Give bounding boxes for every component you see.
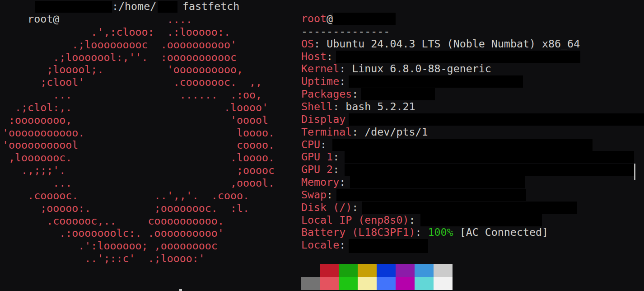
info-row-terminal: Terminal: /dev/pts/1 bbox=[301, 126, 428, 138]
palette-row2-cyan bbox=[415, 277, 434, 290]
redaction-box bbox=[158, 1, 177, 13]
redaction-box bbox=[35, 1, 112, 13]
info-row-uptime: Uptime: bbox=[301, 75, 352, 88]
info-row-os: OS: Ubuntu 24.04.3 LTS (Noble Numbat) x8… bbox=[301, 38, 580, 50]
redaction-box bbox=[349, 75, 523, 88]
redaction-box bbox=[345, 151, 634, 163]
info-key: Host bbox=[301, 50, 327, 62]
info-key: Uptime bbox=[301, 75, 339, 87]
gpu2-cursor bbox=[634, 164, 635, 180]
info-key: Swap bbox=[301, 188, 327, 201]
title-at-sign: @ bbox=[327, 12, 333, 24]
info-key: Locale bbox=[301, 239, 339, 251]
info-value: Linux 6.8.0-88-generic bbox=[352, 62, 491, 75]
redaction-box bbox=[345, 164, 634, 176]
info-colon: : bbox=[333, 100, 345, 113]
palette-row1-yellow bbox=[358, 264, 377, 277]
redaction-box bbox=[349, 239, 428, 253]
redaction-box bbox=[361, 88, 435, 100]
info-row-locale: Locale: bbox=[301, 239, 352, 251]
info-key: Memory bbox=[301, 176, 339, 188]
title-username: root bbox=[301, 12, 327, 24]
redaction-box bbox=[336, 189, 526, 201]
info-row-cpu: CPU: bbox=[301, 138, 333, 151]
palette-row1-black bbox=[301, 264, 320, 277]
info-key: Kernel bbox=[301, 62, 339, 75]
info-colon: : bbox=[339, 62, 352, 75]
palette-row2-red bbox=[320, 277, 339, 290]
redaction-box bbox=[350, 176, 525, 188]
redaction-box bbox=[336, 51, 580, 63]
info-row-local-ip-enp8s0: Local IP (enp8s0): bbox=[301, 214, 422, 226]
palette-row2-green bbox=[339, 277, 358, 290]
palette-row2-black bbox=[301, 277, 320, 290]
info-row-display: Display bbox=[301, 113, 345, 126]
info-colon: : bbox=[415, 226, 428, 238]
palette-row2-yellow bbox=[358, 277, 377, 290]
info-key: Local IP (enp8s0) bbox=[301, 214, 409, 226]
prompt-command: fastfetch bbox=[182, 0, 239, 13]
info-row-shell: Shell: bash 5.2.21 bbox=[301, 100, 415, 113]
palette-row2-blue bbox=[377, 277, 396, 290]
redaction-box bbox=[362, 202, 577, 214]
info-key: Disk (/) bbox=[301, 201, 352, 213]
redaction-box bbox=[420, 214, 542, 226]
info-colon: : bbox=[333, 163, 345, 175]
info-value: bash 5.2.21 bbox=[345, 100, 415, 113]
redaction-box bbox=[333, 13, 396, 25]
info-colon: : bbox=[352, 126, 364, 138]
info-row-memory: Memory: bbox=[301, 176, 352, 188]
info-row-swap: Swap: bbox=[301, 188, 339, 201]
info-colon: : bbox=[314, 38, 327, 50]
info-key: Battery (L18C3PF1) bbox=[301, 226, 415, 238]
palette-row1-white bbox=[434, 264, 453, 277]
terminal-window[interactable]: root@ :/home/ fastfetch .... .',:clooo: … bbox=[0, 0, 644, 291]
info-colon: : bbox=[409, 214, 421, 226]
info-key: GPU 1 bbox=[301, 150, 333, 163]
palette-row2-white bbox=[434, 277, 453, 290]
battery-percentage: 100% bbox=[428, 226, 453, 238]
prompt-path: :/home/ bbox=[112, 0, 156, 13]
info-row-gpu-2: GPU 2: bbox=[301, 163, 345, 176]
info-row-kernel: Kernel: Linux 6.8.0-88-generic bbox=[301, 62, 491, 75]
battery-status: [AC Connected] bbox=[453, 226, 548, 238]
info-key: OS bbox=[301, 38, 314, 50]
palette-row2-magenta bbox=[396, 277, 415, 290]
ubuntu-ascii-logo: .... .',:clooo: .:looooo:. .;looooooooc … bbox=[2, 13, 275, 265]
info-key: Shell bbox=[301, 100, 333, 113]
info-key: Terminal bbox=[301, 126, 352, 138]
palette-row1-magenta bbox=[396, 264, 415, 277]
info-key: Packages bbox=[301, 88, 352, 100]
info-key: GPU 2 bbox=[301, 163, 333, 175]
info-key: CPU bbox=[301, 138, 320, 150]
info-row-title: root@ bbox=[301, 12, 333, 25]
info-separator: -------------- bbox=[301, 25, 390, 38]
info-value: Ubuntu 24.04.3 LTS (Noble Numbat) x86_64 bbox=[327, 38, 580, 50]
palette-row1-green bbox=[339, 264, 358, 277]
redaction-box bbox=[349, 113, 644, 126]
palette-row1-cyan bbox=[415, 264, 434, 277]
clipped-next-line bbox=[179, 289, 182, 291]
info-row-host: Host: bbox=[301, 50, 339, 63]
info-colon: : bbox=[333, 150, 345, 163]
info-row-disk: Disk (/): bbox=[301, 201, 364, 214]
info-row-battery-l18c3pf1: Battery (L18C3PF1): 100% [AC Connected] bbox=[301, 226, 548, 239]
info-colon: : bbox=[320, 138, 333, 150]
info-row-gpu-1: GPU 1: bbox=[301, 150, 345, 163]
palette-row1-red bbox=[320, 264, 339, 277]
redaction-box bbox=[332, 139, 593, 151]
info-key: Display bbox=[301, 113, 345, 125]
info-value: /dev/pts/1 bbox=[364, 126, 428, 138]
palette-row1-blue bbox=[377, 264, 396, 277]
info-row-packages: Packages: bbox=[301, 88, 364, 100]
